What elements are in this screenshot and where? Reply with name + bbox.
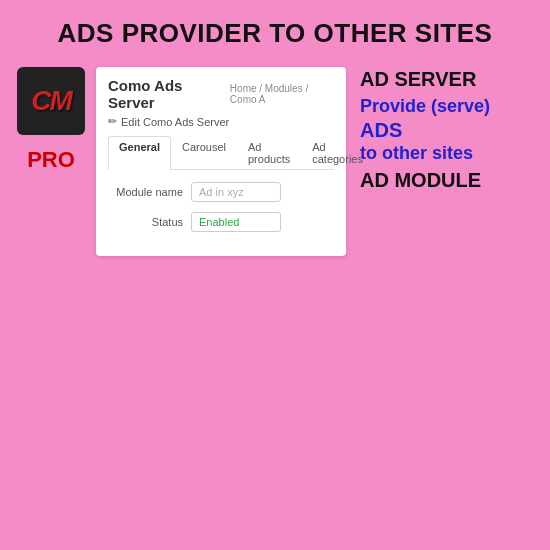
tab-ad-products[interactable]: Ad products <box>237 136 301 169</box>
module-name-input[interactable] <box>191 182 281 202</box>
right-side: AD SERVER Provide (serve) ADS to other s… <box>356 67 496 192</box>
provide-text: Provide (serve) <box>360 95 490 118</box>
bottom-space <box>0 266 550 346</box>
status-input[interactable] <box>191 212 281 232</box>
logo-cm-text: CM <box>31 85 71 117</box>
edit-icon: ✏ <box>108 115 117 128</box>
page-container: ADS PROVIDER TO OTHER SITES CM PRO Como … <box>0 0 550 346</box>
left-side: CM PRO <box>16 67 86 173</box>
pro-label: PRO <box>27 147 75 173</box>
tabs-row: General Carousel Ad products Ad categori… <box>108 136 334 170</box>
center-panel: Como Ads Server Home / Modules / Como A … <box>96 67 346 256</box>
ad-server-title: AD SERVER <box>360 67 476 91</box>
status-label: Status <box>108 216 183 228</box>
panel-header: Como Ads Server Home / Modules / Como A <box>108 77 334 111</box>
tab-general[interactable]: General <box>108 136 171 170</box>
content-area: CM PRO Como Ads Server Home / Modules / … <box>0 59 550 266</box>
main-title: ADS PROVIDER TO OTHER SITES <box>0 0 550 59</box>
module-name-label: Module name <box>108 186 183 198</box>
ad-module-text: AD MODULE <box>360 168 481 192</box>
form-row-status: Status <box>108 212 334 232</box>
panel-title: Como Ads Server <box>108 77 220 111</box>
tab-carousel[interactable]: Carousel <box>171 136 237 169</box>
edit-label: ✏ Edit Como Ads Server <box>108 115 334 128</box>
to-other-sites-text: to other sites <box>360 142 473 165</box>
logo-box: CM <box>17 67 85 135</box>
form-row-module-name: Module name <box>108 182 334 202</box>
edit-label-text: Edit Como Ads Server <box>121 116 229 128</box>
ads-text: ADS <box>360 118 402 142</box>
panel-breadcrumb: Home / Modules / Como A <box>230 83 334 105</box>
